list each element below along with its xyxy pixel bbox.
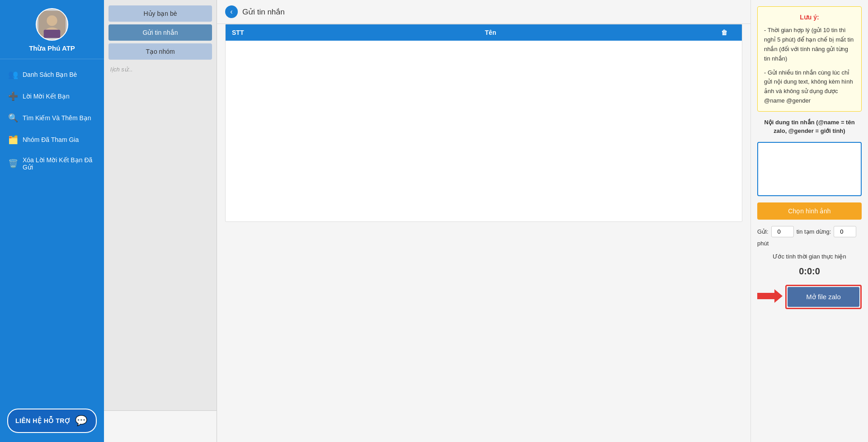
sidebar-item-nhom[interactable]: 🗂️ Nhóm Đã Tham Gia [0,129,104,150]
username: Thừa Phú ATP [29,44,75,52]
note-line-2: - Gửi nhiều tin nhắn cùng lúc chỉ gửi nộ… [764,68,855,106]
col-ten: Tên [268,29,713,36]
main-title: Gửi tin nhắn [242,7,285,17]
back-button[interactable]: ‹ [225,5,238,18]
send-config: Gửi: tin tạm dừng: phút [757,226,862,247]
sidebar-item-label: Lời Mời Kết Bạn [23,93,70,100]
support-label: LIÊN HỆ HỖ TRỢ [15,417,71,424]
time-display: 0:0:0 [757,266,862,277]
arrow-indicator [757,289,783,305]
huy-ban-be-button[interactable]: Hủy bạn bè [108,5,212,22]
main-header: ‹ Gửi tin nhắn [217,0,750,24]
friends-icon: 👥 [8,70,18,80]
mo-file-zalo-button[interactable]: Mở file zalo [788,287,859,307]
choose-image-button[interactable]: Chọn hình ảnh [757,202,862,220]
sidebar-item-label: Danh Sách Bạn Bè [23,71,77,78]
note-title: Lưu ý: [764,12,855,22]
svg-marker-4 [757,289,783,303]
sidebar-item-tim-kiem[interactable]: 🔍 Tìm Kiếm Và Thêm Bạn [0,107,104,129]
support-button[interactable]: LIÊN HỆ HỖ TRỢ 💬 [7,409,97,433]
add-icon: ➕ [8,91,18,101]
send-label: Gửi: [757,228,769,235]
mo-file-btn-wrapper: Mở file zalo [785,285,862,309]
group-icon: 🗂️ [8,135,18,145]
tao-nhom-button[interactable]: Tạo nhóm [108,43,212,60]
history-text-input[interactable] [104,410,217,442]
recipients-table: STT Tên 🗑 [225,24,742,222]
pause-input[interactable] [834,226,856,237]
main-content: ‹ Gửi tin nhắn STT Tên 🗑 [217,0,750,442]
sidebar: Thừa Phú ATP 👥 Danh Sách Bạn Bè ➕ Lời Mờ… [0,0,104,442]
back-icon: ‹ [230,8,232,16]
sidebar-item-xoa-loi-moi[interactable]: 🗑️ Xóa Lời Mời Kết Bạn Đã Gửi [0,150,104,177]
middle-panel: Hủy bạn bè Gửi tin nhắn Tạo nhóm lịch sử… [104,0,217,442]
estimate-label: Ước tính thời gian thực hiện [757,253,862,260]
sidebar-item-label: Nhóm Đã Tham Gia [23,136,79,143]
col-del: 🗑 [713,29,736,36]
sidebar-item-danh-sach-ban-be[interactable]: 👥 Danh Sách Bạn Bè [0,64,104,85]
sidebar-item-label: Tìm Kiếm Và Thêm Bạn [23,114,91,122]
history-area: lịch sử... [104,62,217,410]
svg-point-1 [47,15,57,26]
message-section-label: Nội dung tin nhắn (@name = tên zalo, @ge… [757,118,862,136]
gui-tin-nhan-button[interactable]: Gửi tin nhắn [108,24,212,41]
search-icon: 🔍 [8,113,18,123]
action-buttons: Hủy bạn bè Gửi tin nhắn Tạo nhóm [104,0,217,62]
sidebar-item-loi-moi-ket-ban[interactable]: ➕ Lời Mời Kết Bạn [0,85,104,107]
pause-label: tin tạm dừng: [797,228,831,235]
note-box: Lưu ý: - Thời gian hợp lý (gửi 10 tin th… [757,6,862,112]
table-body [226,41,742,221]
right-panel: Lưu ý: - Thời gian hợp lý (gửi 10 tin th… [750,0,868,442]
delete-icon[interactable]: 🗑 [721,29,727,36]
message-textarea[interactable] [757,142,862,196]
nav-menu: 👥 Danh Sách Bạn Bè ➕ Lời Mời Kết Bạn 🔍 T… [0,59,104,402]
col-stt: STT [232,29,268,36]
chat-icon: 💬 [75,415,88,427]
note-line-1: - Thời gian hợp lý (gửi 10 tin thì nghỉ … [764,26,855,63]
sidebar-item-label: Xóa Lời Mời Kết Bạn Đã Gửi [23,156,96,171]
minute-label: phút [757,240,769,247]
history-placeholder: lịch sử... [110,66,133,73]
table-header: STT Tên 🗑 [226,24,742,41]
avatar [36,8,68,41]
profile-section: Thừa Phú ATP [0,0,104,59]
send-count-input[interactable] [771,226,794,237]
trash-icon: 🗑️ [8,159,18,169]
svg-rect-3 [44,30,61,38]
